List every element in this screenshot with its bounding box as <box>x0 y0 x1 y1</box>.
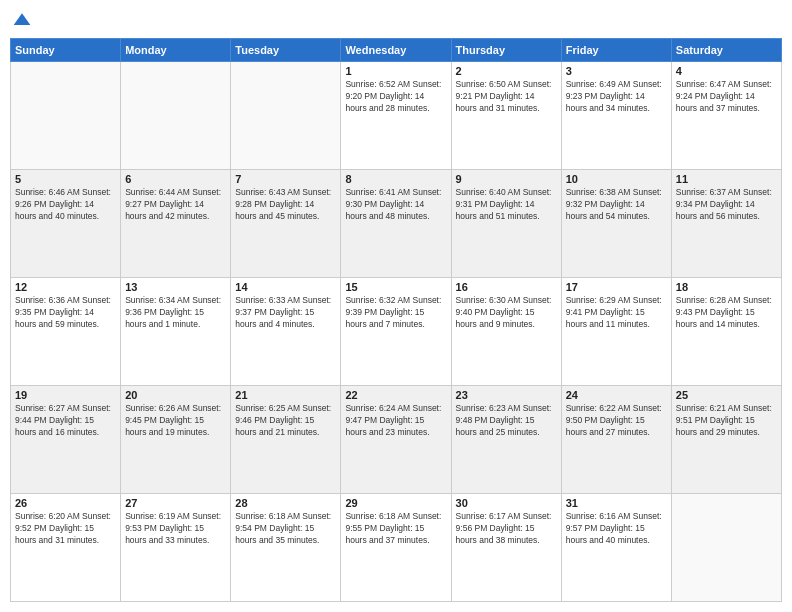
day-info: Sunrise: 6:38 AM Sunset: 9:32 PM Dayligh… <box>566 187 667 223</box>
calendar-cell: 14Sunrise: 6:33 AM Sunset: 9:37 PM Dayli… <box>231 278 341 386</box>
calendar-week-row: 19Sunrise: 6:27 AM Sunset: 9:44 PM Dayli… <box>11 386 782 494</box>
day-info: Sunrise: 6:21 AM Sunset: 9:51 PM Dayligh… <box>676 403 777 439</box>
calendar-cell <box>231 62 341 170</box>
day-info: Sunrise: 6:25 AM Sunset: 9:46 PM Dayligh… <box>235 403 336 439</box>
calendar-cell: 7Sunrise: 6:43 AM Sunset: 9:28 PM Daylig… <box>231 170 341 278</box>
day-number: 7 <box>235 173 336 185</box>
day-number: 27 <box>125 497 226 509</box>
calendar-week-row: 1Sunrise: 6:52 AM Sunset: 9:20 PM Daylig… <box>11 62 782 170</box>
header-monday: Monday <box>121 39 231 62</box>
day-info: Sunrise: 6:36 AM Sunset: 9:35 PM Dayligh… <box>15 295 116 331</box>
day-info: Sunrise: 6:52 AM Sunset: 9:20 PM Dayligh… <box>345 79 446 115</box>
day-info: Sunrise: 6:22 AM Sunset: 9:50 PM Dayligh… <box>566 403 667 439</box>
day-info: Sunrise: 6:32 AM Sunset: 9:39 PM Dayligh… <box>345 295 446 331</box>
calendar-cell <box>121 62 231 170</box>
calendar-cell: 23Sunrise: 6:23 AM Sunset: 9:48 PM Dayli… <box>451 386 561 494</box>
calendar-cell: 2Sunrise: 6:50 AM Sunset: 9:21 PM Daylig… <box>451 62 561 170</box>
calendar-cell: 29Sunrise: 6:18 AM Sunset: 9:55 PM Dayli… <box>341 494 451 602</box>
day-info: Sunrise: 6:50 AM Sunset: 9:21 PM Dayligh… <box>456 79 557 115</box>
day-number: 29 <box>345 497 446 509</box>
day-number: 6 <box>125 173 226 185</box>
calendar: Sunday Monday Tuesday Wednesday Thursday… <box>10 38 782 602</box>
header-wednesday: Wednesday <box>341 39 451 62</box>
header-tuesday: Tuesday <box>231 39 341 62</box>
day-info: Sunrise: 6:27 AM Sunset: 9:44 PM Dayligh… <box>15 403 116 439</box>
day-info: Sunrise: 6:43 AM Sunset: 9:28 PM Dayligh… <box>235 187 336 223</box>
calendar-cell: 10Sunrise: 6:38 AM Sunset: 9:32 PM Dayli… <box>561 170 671 278</box>
calendar-cell: 20Sunrise: 6:26 AM Sunset: 9:45 PM Dayli… <box>121 386 231 494</box>
day-info: Sunrise: 6:16 AM Sunset: 9:57 PM Dayligh… <box>566 511 667 547</box>
day-info: Sunrise: 6:17 AM Sunset: 9:56 PM Dayligh… <box>456 511 557 547</box>
day-info: Sunrise: 6:37 AM Sunset: 9:34 PM Dayligh… <box>676 187 777 223</box>
calendar-cell: 18Sunrise: 6:28 AM Sunset: 9:43 PM Dayli… <box>671 278 781 386</box>
logo <box>10 10 32 30</box>
header-thursday: Thursday <box>451 39 561 62</box>
day-number: 9 <box>456 173 557 185</box>
day-number: 22 <box>345 389 446 401</box>
calendar-cell: 30Sunrise: 6:17 AM Sunset: 9:56 PM Dayli… <box>451 494 561 602</box>
calendar-cell: 1Sunrise: 6:52 AM Sunset: 9:20 PM Daylig… <box>341 62 451 170</box>
calendar-cell: 11Sunrise: 6:37 AM Sunset: 9:34 PM Dayli… <box>671 170 781 278</box>
day-info: Sunrise: 6:41 AM Sunset: 9:30 PM Dayligh… <box>345 187 446 223</box>
day-number: 23 <box>456 389 557 401</box>
calendar-cell: 19Sunrise: 6:27 AM Sunset: 9:44 PM Dayli… <box>11 386 121 494</box>
day-info: Sunrise: 6:24 AM Sunset: 9:47 PM Dayligh… <box>345 403 446 439</box>
calendar-cell: 31Sunrise: 6:16 AM Sunset: 9:57 PM Dayli… <box>561 494 671 602</box>
day-number: 26 <box>15 497 116 509</box>
calendar-cell: 12Sunrise: 6:36 AM Sunset: 9:35 PM Dayli… <box>11 278 121 386</box>
calendar-cell: 8Sunrise: 6:41 AM Sunset: 9:30 PM Daylig… <box>341 170 451 278</box>
day-info: Sunrise: 6:18 AM Sunset: 9:54 PM Dayligh… <box>235 511 336 547</box>
calendar-cell: 15Sunrise: 6:32 AM Sunset: 9:39 PM Dayli… <box>341 278 451 386</box>
day-info: Sunrise: 6:19 AM Sunset: 9:53 PM Dayligh… <box>125 511 226 547</box>
day-number: 20 <box>125 389 226 401</box>
calendar-cell: 16Sunrise: 6:30 AM Sunset: 9:40 PM Dayli… <box>451 278 561 386</box>
calendar-cell: 22Sunrise: 6:24 AM Sunset: 9:47 PM Dayli… <box>341 386 451 494</box>
calendar-cell <box>671 494 781 602</box>
day-info: Sunrise: 6:30 AM Sunset: 9:40 PM Dayligh… <box>456 295 557 331</box>
calendar-cell: 6Sunrise: 6:44 AM Sunset: 9:27 PM Daylig… <box>121 170 231 278</box>
calendar-cell: 24Sunrise: 6:22 AM Sunset: 9:50 PM Dayli… <box>561 386 671 494</box>
calendar-week-row: 5Sunrise: 6:46 AM Sunset: 9:26 PM Daylig… <box>11 170 782 278</box>
header <box>10 10 782 30</box>
calendar-cell: 26Sunrise: 6:20 AM Sunset: 9:52 PM Dayli… <box>11 494 121 602</box>
calendar-cell: 9Sunrise: 6:40 AM Sunset: 9:31 PM Daylig… <box>451 170 561 278</box>
day-number: 12 <box>15 281 116 293</box>
day-number: 10 <box>566 173 667 185</box>
day-info: Sunrise: 6:26 AM Sunset: 9:45 PM Dayligh… <box>125 403 226 439</box>
calendar-cell: 21Sunrise: 6:25 AM Sunset: 9:46 PM Dayli… <box>231 386 341 494</box>
calendar-cell: 27Sunrise: 6:19 AM Sunset: 9:53 PM Dayli… <box>121 494 231 602</box>
header-sunday: Sunday <box>11 39 121 62</box>
day-number: 19 <box>15 389 116 401</box>
day-number: 24 <box>566 389 667 401</box>
svg-marker-0 <box>14 13 31 25</box>
calendar-cell: 25Sunrise: 6:21 AM Sunset: 9:51 PM Dayli… <box>671 386 781 494</box>
page: Sunday Monday Tuesday Wednesday Thursday… <box>0 0 792 612</box>
calendar-cell: 5Sunrise: 6:46 AM Sunset: 9:26 PM Daylig… <box>11 170 121 278</box>
day-info: Sunrise: 6:49 AM Sunset: 9:23 PM Dayligh… <box>566 79 667 115</box>
logo-text <box>10 10 32 30</box>
calendar-week-row: 12Sunrise: 6:36 AM Sunset: 9:35 PM Dayli… <box>11 278 782 386</box>
calendar-cell <box>11 62 121 170</box>
day-number: 17 <box>566 281 667 293</box>
day-number: 8 <box>345 173 446 185</box>
day-number: 11 <box>676 173 777 185</box>
day-number: 21 <box>235 389 336 401</box>
day-number: 28 <box>235 497 336 509</box>
day-info: Sunrise: 6:28 AM Sunset: 9:43 PM Dayligh… <box>676 295 777 331</box>
day-info: Sunrise: 6:46 AM Sunset: 9:26 PM Dayligh… <box>15 187 116 223</box>
day-number: 13 <box>125 281 226 293</box>
day-number: 30 <box>456 497 557 509</box>
calendar-cell: 4Sunrise: 6:47 AM Sunset: 9:24 PM Daylig… <box>671 62 781 170</box>
day-number: 15 <box>345 281 446 293</box>
day-info: Sunrise: 6:47 AM Sunset: 9:24 PM Dayligh… <box>676 79 777 115</box>
calendar-cell: 28Sunrise: 6:18 AM Sunset: 9:54 PM Dayli… <box>231 494 341 602</box>
header-friday: Friday <box>561 39 671 62</box>
day-number: 4 <box>676 65 777 77</box>
day-number: 25 <box>676 389 777 401</box>
calendar-cell: 13Sunrise: 6:34 AM Sunset: 9:36 PM Dayli… <box>121 278 231 386</box>
day-number: 18 <box>676 281 777 293</box>
day-number: 14 <box>235 281 336 293</box>
day-number: 5 <box>15 173 116 185</box>
header-saturday: Saturday <box>671 39 781 62</box>
weekday-header-row: Sunday Monday Tuesday Wednesday Thursday… <box>11 39 782 62</box>
